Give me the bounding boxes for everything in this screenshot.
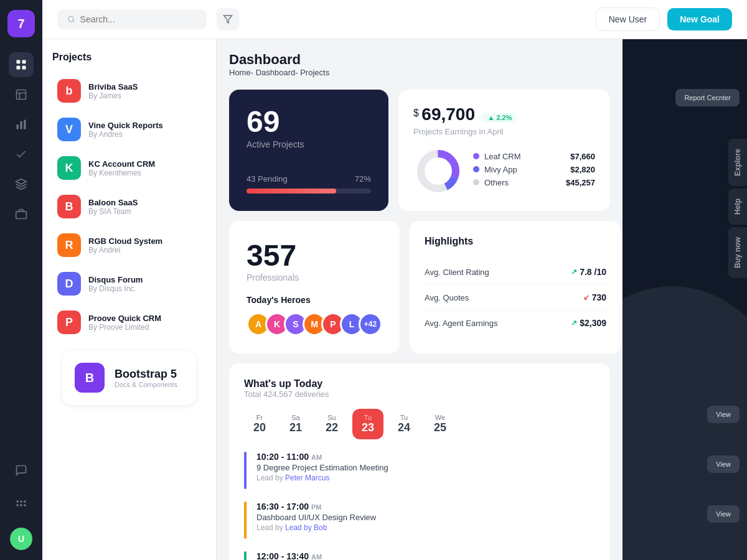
trend-down-icon: ↙ [583, 293, 590, 302]
search-input[interactable] [80, 14, 197, 24]
right-panel: Explore Help Buy now Report Cecnter View… [622, 39, 747, 560]
hero-more: +42 [359, 312, 382, 336]
earnings-top: $ 69,700 ▲ 2.2% [413, 105, 595, 124]
calendar-days: Fr 20 Sa 21 Su 22 Tu 23 Tu 24 We 25 [244, 409, 595, 439]
active-projects-card: 69 Active Projects 43 Pending 72% [229, 90, 388, 211]
view-btn-3-wrapper: View [707, 505, 740, 523]
professionals-count: 357 [247, 238, 382, 273]
legend-label: Mivy App [484, 165, 517, 174]
sidebar: 7 U [0, 0, 42, 560]
calendar-day[interactable]: Su 22 [316, 409, 347, 439]
highlight-value: ↙ 730 [583, 292, 606, 302]
avatar[interactable]: U [10, 528, 32, 550]
heroes-title: Today's Heroes [247, 295, 382, 305]
project-item[interactable]: V Vine Quick Reports By Andres [52, 111, 206, 147]
progress-section: 43 Pending 72% [247, 174, 371, 194]
project-item[interactable]: B Baloon SaaS By SIA Team [52, 189, 206, 225]
svg-marker-8 [16, 179, 27, 184]
event-lead: Lead by Lead by Bob [256, 523, 376, 532]
sidebar-item-modules[interactable] [9, 493, 34, 518]
project-icon: B [57, 195, 81, 218]
view-button-1[interactable]: View [707, 406, 740, 423]
svg-marker-17 [223, 16, 232, 23]
cal-day-name: Su [327, 414, 336, 421]
topbar-right: New User New Goal [596, 7, 732, 31]
sidebar-item-layers[interactable] [9, 172, 34, 197]
cal-day-name: We [435, 414, 445, 421]
svg-rect-4 [17, 90, 26, 100]
cal-day-num: 23 [362, 421, 374, 434]
calendar-day[interactable]: We 25 [425, 409, 456, 439]
legend-value: $45,257 [566, 178, 595, 187]
view-button-3[interactable]: View [707, 505, 740, 523]
buynow-tab[interactable]: Buy now [728, 227, 747, 278]
cal-day-num: 24 [398, 421, 410, 434]
projects-title: Projects [52, 52, 206, 63]
sidebar-item-dashboard[interactable] [9, 52, 34, 77]
bootstrap-card[interactable]: B Bootstrap 5 Docs & Components [62, 350, 196, 405]
bootstrap-icon: B [75, 363, 105, 393]
view-button-2[interactable]: View [707, 455, 740, 473]
filter-button[interactable] [217, 8, 239, 30]
project-by: By SIA Team [88, 207, 138, 216]
svg-rect-2 [17, 66, 21, 70]
project-by: By Andres [88, 130, 163, 139]
event-person-link[interactable]: Lead by Bob [285, 523, 327, 532]
event-name: Dashboard UI/UX Design Review [256, 513, 376, 522]
professionals-card: 357 Professionals Today's Heroes AKSMPL+… [229, 221, 400, 353]
project-item[interactable]: K KC Account CRM By Keenthemes [52, 150, 206, 186]
legend: Leaf CRM $7,660 Mivy App $2,820 Others $… [473, 152, 595, 191]
highlights-list: Avg. Client Rating ↗ 7.8 /10 Avg. Quotes… [425, 259, 606, 335]
sidebar-item-tasks[interactable] [9, 142, 34, 167]
legend-label: Others [484, 178, 509, 187]
sidebar-item-messages[interactable] [9, 458, 34, 483]
highlights-title: Highlights [425, 236, 606, 247]
cal-day-name: Fr [256, 414, 263, 421]
help-tab[interactable]: Help [728, 189, 747, 225]
sidebar-item-layouts[interactable] [9, 82, 34, 107]
calendar-day[interactable]: Fr 20 [244, 409, 275, 439]
new-goal-button[interactable]: New Goal [667, 8, 732, 30]
user-badge[interactable]: 7 [7, 10, 35, 37]
sidebar-item-charts[interactable] [9, 112, 34, 137]
cal-day-num: 21 [289, 421, 302, 434]
svg-rect-5 [17, 124, 19, 129]
event-item: 16:30 - 17:00 PM Dashboard UI/UX Design … [244, 502, 595, 539]
event-person-link[interactable]: Peter Marcus [285, 474, 329, 482]
project-item[interactable]: b Briviba SaaS By James [52, 73, 206, 109]
svg-rect-1 [22, 60, 26, 64]
cal-day-num: 25 [434, 421, 446, 434]
highlight-label: Avg. Agent Earnings [425, 319, 498, 328]
report-center-btn-wrapper: Report Cecnter [675, 89, 740, 106]
legend-value: $2,820 [570, 165, 595, 174]
sidebar-item-apps[interactable] [9, 202, 34, 226]
search-wrapper[interactable] [57, 9, 207, 29]
project-icon: b [57, 79, 81, 103]
main-content: Dashboard Home- Dashboard- Projects 69 A… [217, 39, 622, 560]
project-by: By James [88, 91, 138, 100]
calendar-day[interactable]: Tu 24 [388, 409, 420, 439]
topbar: New User New Goal [42, 0, 747, 39]
project-item[interactable]: D Disqus Forum By Disqus Inc. [52, 266, 206, 302]
calendar-day[interactable]: Sa 21 [280, 409, 311, 439]
project-item[interactable]: P Proove Quick CRM By Proove Limited [52, 304, 206, 340]
project-name: Vine Quick Reports [88, 121, 163, 130]
highlight-item: Avg. Agent Earnings ↗ $2,309 [425, 310, 606, 335]
project-by: By Andrei [88, 246, 162, 254]
report-center-button[interactable]: Report Cecnter [675, 89, 740, 106]
explore-tab[interactable]: Explore [728, 139, 747, 186]
project-icon: P [57, 310, 81, 334]
progress-bar-fill [247, 189, 336, 194]
cal-day-num: 20 [253, 421, 266, 434]
project-item[interactable]: R RGB Cloud System By Andrei [52, 227, 206, 263]
calendar-day[interactable]: Tu 23 [352, 409, 383, 439]
project-icon: V [57, 118, 81, 141]
cal-day-num: 22 [326, 421, 338, 434]
event-item: 10:20 - 11:00 AM 9 Degree Project Estima… [244, 452, 595, 489]
project-icon: R [57, 233, 81, 257]
highlight-item: Avg. Client Rating ↗ 7.8 /10 [425, 259, 606, 285]
new-user-button[interactable]: New User [596, 7, 660, 31]
legend-value: $7,660 [570, 152, 595, 161]
project-by: By Proove Limited [88, 323, 161, 332]
svg-rect-13 [17, 504, 19, 506]
